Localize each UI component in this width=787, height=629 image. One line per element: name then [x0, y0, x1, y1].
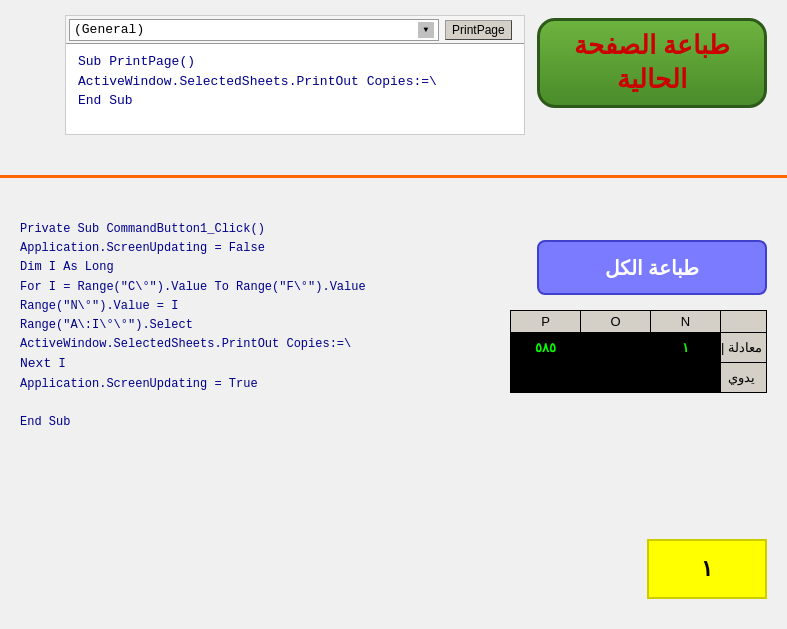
top-code-panel: (General) ▼ PrintPage Sub PrintPage() Ac…	[65, 15, 525, 135]
bottom-code-line-10	[20, 394, 366, 413]
col-header-n: N	[651, 311, 721, 333]
bottom-code-line-3: Dim I As Long	[20, 258, 366, 277]
dropdown-arrow-icon[interactable]: ▼	[418, 22, 434, 38]
col-header-empty	[721, 311, 767, 333]
col-header-p: P	[511, 311, 581, 333]
table-row-2: يدوي	[511, 363, 767, 393]
yellow-number-button[interactable]: ١	[647, 539, 767, 599]
cell-p1: ٥٨٥	[511, 333, 581, 363]
code-line-2: ActiveWindow.SelectedSheets.PrintOut Cop…	[78, 72, 512, 92]
print-all-button[interactable]: طباعة الكل	[537, 240, 767, 295]
bottom-code-line-7: ActiveWindow.SelectedSheets.PrintOut Cop…	[20, 335, 366, 354]
col-header-o: O	[581, 311, 651, 333]
print-page-button[interactable]: طباعة الصفحة الحالية	[537, 18, 767, 108]
general-dropdown[interactable]: (General) ▼	[69, 19, 439, 41]
cell-o1	[581, 333, 651, 363]
bottom-code-line-9: Application.ScreenUpdating = True	[20, 375, 366, 394]
section-divider	[0, 175, 787, 178]
bottom-code-line-6: Range("A\:I\°\°").Select	[20, 316, 366, 335]
bottom-code-line-1: Private Sub CommandButton1_Click()	[20, 220, 366, 239]
print-page-button-text: طباعة الصفحة الحالية	[574, 29, 730, 97]
bottom-code-area: Private Sub CommandButton1_Click() Appli…	[20, 220, 366, 433]
bottom-code-line-11: End Sub	[20, 413, 366, 432]
cell-p2	[511, 363, 581, 393]
bottom-code-line-2: Application.ScreenUpdating = False	[20, 239, 366, 258]
toolbar: (General) ▼ PrintPage	[66, 16, 524, 44]
bottom-code-line-4: For I = Range("C\°").Value To Range("F\°…	[20, 278, 366, 297]
cell-label-1: معادلة |	[721, 333, 767, 363]
code-line-3: End Sub	[78, 91, 512, 111]
bottom-code-line-5: Range("N\°").Value = I	[20, 297, 366, 316]
top-code-area: Sub PrintPage() ActiveWindow.SelectedShe…	[66, 44, 524, 119]
next-label: Next	[20, 356, 51, 371]
cell-n1: ١	[651, 333, 721, 363]
print-all-button-text: طباعة الكل	[605, 256, 700, 280]
cell-label-2: يدوي	[721, 363, 767, 393]
bottom-code-line-8: Next I	[20, 354, 366, 375]
cell-n2	[651, 363, 721, 393]
printpage-button[interactable]: PrintPage	[445, 20, 512, 40]
code-line-1: Sub PrintPage()	[78, 52, 512, 72]
yellow-button-text: ١	[701, 556, 713, 582]
dropdown-label: (General)	[74, 22, 144, 37]
spreadsheet-table: P O N ٥٨٥ ١ معادلة | يدوي	[510, 310, 767, 393]
cell-o2	[581, 363, 651, 393]
table-row-1: ٥٨٥ ١ معادلة |	[511, 333, 767, 363]
